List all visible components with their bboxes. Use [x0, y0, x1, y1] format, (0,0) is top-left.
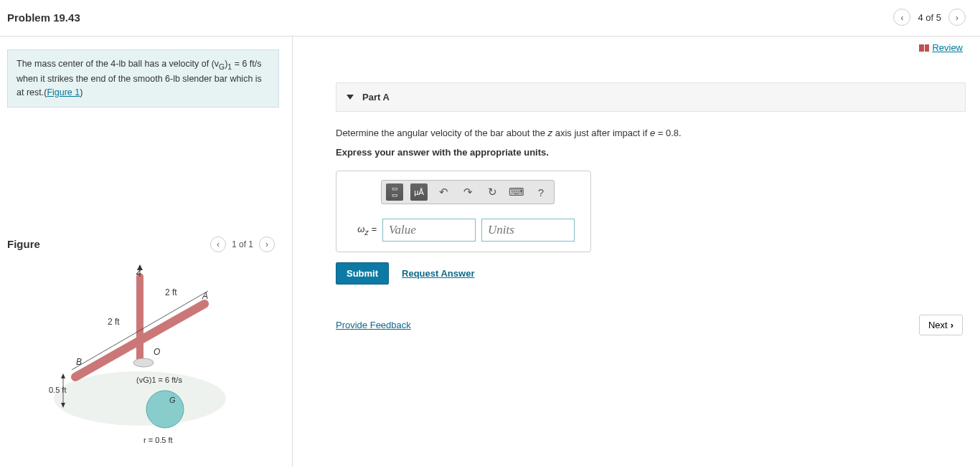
prev-page-button[interactable]: ‹ — [893, 9, 910, 26]
redo-button[interactable]: ↷ — [459, 183, 476, 201]
figure-header: Figure ‹ 1 of 1 › — [7, 237, 279, 252]
label-o: O — [154, 347, 160, 357]
book-icon — [919, 44, 929, 52]
value-input[interactable] — [382, 219, 476, 242]
template-button[interactable]: ▭▭ — [386, 183, 403, 201]
collapse-icon — [347, 95, 354, 100]
next-button[interactable]: Next › — [919, 315, 963, 335]
action-row: Submit Request Answer — [336, 262, 966, 285]
answer-box: ▭▭ µÅ ↶ ↷ ↻ ⌨ ? ωz = — [336, 171, 591, 252]
figure-prev-button[interactable]: ‹ — [210, 237, 226, 252]
next-page-button[interactable]: › — [948, 9, 966, 26]
units-instruction: Express your answer with the appropriate… — [336, 147, 966, 158]
unit-symbol-button[interactable]: µÅ — [410, 183, 428, 201]
page-header: Problem 19.43 ‹ 4 of 5 › — [0, 0, 980, 37]
left-panel: The mass center of the 4-lb ball has a v… — [0, 37, 293, 467]
figure-nav-indicator: 1 of 1 — [232, 239, 253, 249]
footer-row: Provide Feedback Next › — [336, 315, 966, 335]
label-a: A — [202, 291, 208, 301]
label-offset: 0.5 ft — [49, 386, 66, 394]
submit-button[interactable]: Submit — [336, 262, 389, 285]
figure-nav: ‹ 1 of 1 › — [210, 237, 275, 252]
figure-next-button[interactable]: › — [259, 237, 275, 252]
svg-point-5 — [133, 358, 154, 367]
provide-feedback-link[interactable]: Provide Feedback — [336, 320, 411, 330]
undo-button[interactable]: ↶ — [435, 183, 452, 201]
label-seg-left: 2 ft — [108, 317, 120, 327]
chevron-right-icon: › — [951, 320, 953, 330]
figure-title: Figure — [7, 238, 40, 250]
label-radius: r = 0.5 ft — [143, 436, 173, 444]
part-body: Determine the angular velocity of the ba… — [336, 112, 966, 335]
label-g: G — [169, 396, 176, 404]
figure-diagram: z 2 ft 2 ft A B O G 0.5 ft (vG)1 = 6 ft/… — [36, 262, 251, 449]
page-nav: ‹ 4 of 5 › — [893, 9, 966, 26]
svg-marker-10 — [61, 373, 65, 378]
math-toolbar: ▭▭ µÅ ↶ ↷ ↻ ⌨ ? — [381, 180, 555, 204]
keyboard-button[interactable]: ⌨ — [508, 183, 525, 201]
problem-statement: The mass center of the 4-lb ball has a v… — [7, 49, 279, 108]
instruction-text: Determine the angular velocity of the ba… — [336, 128, 966, 138]
part-header[interactable]: Part A — [336, 82, 966, 112]
label-b: B — [76, 357, 82, 367]
units-input[interactable] — [481, 219, 575, 242]
review-link[interactable]: Review — [919, 42, 963, 53]
label-z: z — [136, 267, 141, 277]
request-answer-link[interactable]: Request Answer — [402, 268, 474, 279]
right-panel: Review Part A Determine the angular velo… — [293, 37, 980, 467]
label-seg-right: 2 ft — [165, 287, 177, 297]
variable-label: ωz = — [347, 224, 377, 237]
page-indicator: 4 of 5 — [918, 12, 941, 23]
problem-title: Problem 19.43 — [7, 11, 80, 24]
svg-point-6 — [146, 391, 184, 428]
reset-button[interactable]: ↻ — [484, 183, 501, 201]
label-vg: (vG)1 = 6 ft/s — [136, 376, 182, 384]
help-button[interactable]: ? — [532, 183, 550, 201]
figure-link[interactable]: Figure 1 — [47, 87, 80, 97]
part-title: Part A — [362, 92, 390, 102]
